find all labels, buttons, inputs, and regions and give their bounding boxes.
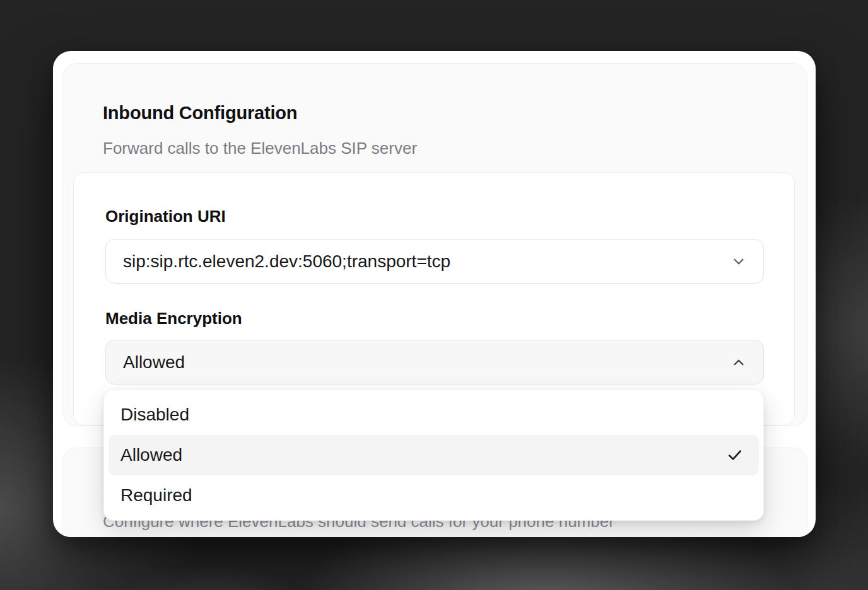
sip-trunk-config-dialog: Inbound Configuration Forward calls to t… xyxy=(53,51,816,537)
chevron-up-icon xyxy=(730,354,747,371)
origination-uri-label: Origination URI xyxy=(105,207,226,226)
dropdown-option-allowed[interactable]: Allowed xyxy=(108,435,759,475)
dropdown-option-label: Disabled xyxy=(120,405,189,425)
dropdown-option-required[interactable]: Required xyxy=(108,475,759,516)
check-icon xyxy=(726,446,744,464)
dropdown-option-disabled[interactable]: Disabled xyxy=(108,395,759,435)
media-encryption-label: Media Encryption xyxy=(105,309,242,328)
dropdown-option-label: Required xyxy=(120,485,192,506)
inbound-configuration-card: Inbound Configuration Forward calls to t… xyxy=(62,63,807,426)
page-background: Inbound Configuration Forward calls to t… xyxy=(0,0,868,590)
origination-uri-value: sip:sip.rtc.eleven2.dev:5060;transport=t… xyxy=(123,252,450,272)
media-encryption-dropdown: Disabled Allowed Required xyxy=(103,390,764,521)
inbound-configuration-subtitle: Forward calls to the ElevenLabs SIP serv… xyxy=(103,139,417,158)
inbound-fields-card: Origination URI sip:sip.rtc.eleven2.dev:… xyxy=(73,172,795,425)
origination-uri-select[interactable]: sip:sip.rtc.eleven2.dev:5060;transport=t… xyxy=(105,239,764,284)
media-encryption-select[interactable]: Allowed xyxy=(105,340,764,385)
inbound-configuration-title: Inbound Configuration xyxy=(103,103,297,124)
dropdown-option-label: Allowed xyxy=(120,445,182,465)
chevron-down-icon xyxy=(730,253,747,270)
media-encryption-value: Allowed xyxy=(123,352,185,373)
